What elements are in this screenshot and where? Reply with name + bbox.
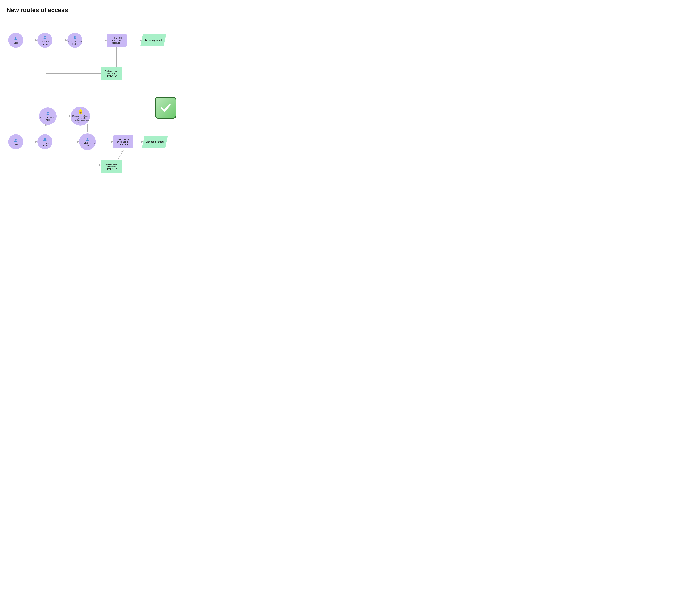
svg-point-22 — [44, 138, 46, 139]
node-talking-ams: Talking to AMs for help — [39, 108, 56, 125]
page-title: New routes of access — [7, 7, 177, 14]
node-backend-flow1: Backend sendsPassKey:"IAMSAFE" — [101, 67, 122, 80]
node-user-flow1: User — [8, 33, 23, 48]
svg-point-21 — [15, 139, 17, 140]
svg-point-17 — [15, 37, 17, 39]
svg-point-18 — [44, 36, 46, 38]
diagram-container: User Logs into Iaptus Clicks on "Help Ce… — [7, 22, 177, 175]
svg-point-23 — [87, 138, 88, 139]
node-help-centre-flow2: Help Centre(No passkey received) — [113, 135, 133, 148]
node-help-centre-flow1: Help Centre(passkey received) — [107, 33, 127, 47]
checkbox-icon — [155, 97, 177, 119]
node-logs-flow1: Logs into Iaptus — [38, 33, 52, 48]
svg-point-19 — [74, 36, 75, 38]
node-clicks-flow1: Clicks on "Help Centre" — [67, 33, 83, 48]
node-ams-send: 👷 AMs send Help Centre link to specific … — [71, 106, 90, 126]
node-user-flow2: User — [8, 134, 23, 149]
svg-point-20 — [47, 112, 49, 114]
node-access-granted-flow2: Access granted — [142, 136, 168, 148]
node-logs-flow2: Logs into Iaptus — [38, 134, 52, 149]
node-access-granted-flow1: Access granted — [140, 34, 166, 46]
node-user-clicks-link: User clicks on the Link — [79, 134, 96, 150]
node-backend-flow2: Backend sendsPassKey:"IAMSAFE" — [101, 160, 122, 173]
